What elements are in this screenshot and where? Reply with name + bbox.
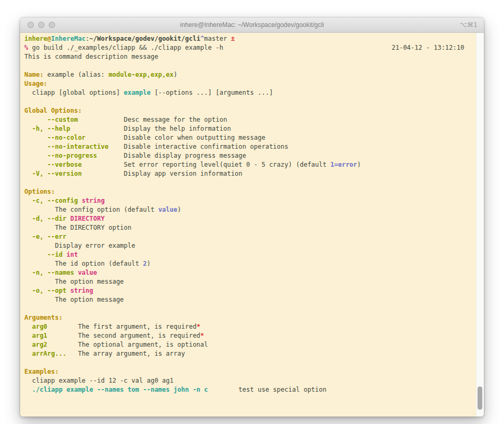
terminal-text-segment: -V, --version (24, 170, 82, 177)
terminal-text-segment: The array argument, is array (66, 350, 185, 357)
terminal-text-segment: * (196, 323, 200, 330)
terminal-text-segment: -o, --opt (24, 287, 66, 294)
scrollbar-track[interactable] (476, 33, 484, 417)
terminal-text-segment: arrArg... (24, 350, 66, 357)
terminal-text-segment: The first argument, is required (47, 323, 196, 330)
terminal-text-segment: value (158, 206, 177, 213)
terminal-text-segment: Usage: (24, 80, 47, 87)
terminal-text-segment: go build ./_examples/cliapp && ./cliapp … (28, 44, 223, 51)
terminal-text-segment: ± (231, 35, 235, 42)
terminal-text-segment: ) (147, 260, 150, 267)
terminal-line: cliapp example --id 12 -c val ag0 ag1 (24, 376, 484, 385)
terminal-line: -V, --version Display app version inform… (24, 169, 484, 178)
terminal-text-segment: string (66, 287, 93, 294)
terminal-text-segment: --no-color (24, 134, 86, 141)
terminal-text-segment: This is command description message (24, 53, 158, 60)
terminal-text-segment: arg1 (24, 332, 47, 339)
terminal-lines: inhere@InhereMac:~/Workspace/godev/gooki… (20, 33, 484, 394)
terminal-line: The DIRECTORY option (24, 223, 484, 232)
terminal-text-segment: Examples: (24, 368, 59, 375)
terminal-line: Arguments: (24, 313, 484, 322)
terminal-text-segment: int (62, 251, 78, 258)
terminal-text-segment: Display error example (24, 242, 136, 249)
terminal-text-segment: Options: (24, 188, 55, 195)
terminal-text-segment (24, 386, 32, 393)
terminal-line: Examples: (24, 367, 484, 376)
terminal-line (24, 178, 484, 187)
scrollbar-thumb[interactable] (478, 386, 482, 410)
terminal-line: --no-color Disable color when outputting… (24, 133, 484, 142)
terminal-window: inhere@InhereMac: ~/Workspace/godev/gook… (20, 17, 484, 417)
traffic-lights (28, 17, 55, 32)
terminal-text-segment: Arguments: (24, 314, 62, 321)
terminal-line: -n, --names value (24, 268, 484, 277)
terminal-line: --no-progress Disable display progress m… (24, 151, 484, 160)
terminal-line: The option message (24, 277, 484, 286)
terminal-text-segment: cliapp [global options] (24, 89, 124, 96)
terminal-text-segment: : (86, 35, 89, 42)
terminal-text-segment: -c, --config (24, 197, 78, 204)
terminal-text-segment: @ (47, 35, 51, 42)
terminal-text-segment: -e, --err (24, 233, 66, 240)
terminal-line: arg2 The optional argument, is optional (24, 340, 484, 349)
close-button[interactable] (28, 22, 34, 28)
terminal-line: cliapp [global options] example [--optio… (24, 88, 484, 97)
terminal-text-segment: ./cliapp example --names tom --names joh… (32, 386, 208, 393)
terminal-text-segment: cliapp example --id 12 -c val ag0 ag1 (24, 377, 174, 384)
terminal-text-segment: module-exp,exp,ex (109, 71, 174, 78)
terminal-text-segment: ^ (200, 35, 204, 42)
tab-shortcut-label: ⌥⌘1 (460, 17, 478, 32)
terminal-line: -o, --opt string (24, 286, 484, 295)
terminal-text-segment: ) (177, 206, 181, 213)
terminal-line: -d, --dir DIRECTORY (24, 214, 484, 223)
terminal-text-segment: --no-progress (24, 152, 97, 159)
terminal-text-segment: * (200, 332, 204, 339)
terminal-text-segment: Display app version information (82, 170, 242, 177)
terminal-line: The option message (24, 295, 484, 304)
titlebar[interactable]: inhere@InhereMac: ~/Workspace/godev/gook… (20, 17, 484, 33)
terminal-line (24, 97, 484, 106)
terminal-text-segment: test use special option (208, 386, 327, 393)
terminal-line: This is command description message (24, 52, 484, 61)
terminal-line: Global Options: (24, 106, 484, 115)
terminal-text-segment: -d, --dir (24, 215, 66, 222)
terminal-text-segment: 1=error (330, 161, 357, 168)
terminal-text-segment: example (alias: (43, 71, 109, 78)
terminal-line: --id int (24, 250, 484, 259)
terminal-text-segment: arg2 (24, 341, 47, 348)
zoom-button[interactable] (49, 22, 55, 28)
terminal-text-segment: inhere (24, 35, 47, 42)
terminal-line: The config option (default value) (24, 205, 484, 214)
terminal-line: % go build ./_examples/cliapp && ./cliap… (24, 43, 484, 52)
terminal-line: ./cliapp example --names tom --names joh… (24, 385, 484, 394)
terminal-text-segment: Disable interactive confirmation operati… (109, 143, 289, 150)
minimize-button[interactable] (38, 22, 44, 28)
terminal-text-segment: The DIRECTORY option (24, 224, 131, 231)
terminal-text-segment: ~/Workspace/godev/gookit/gcli (89, 35, 201, 42)
terminal-text-segment: The option message (24, 296, 124, 303)
terminal-line: arg1 The second argument, is required* (24, 331, 484, 340)
terminal-text-segment: value (74, 269, 97, 276)
terminal-line (24, 61, 484, 70)
terminal-line: Name: example (alias: module-exp,exp,ex) (24, 70, 484, 79)
terminal-text-segment: Display the help information (70, 125, 231, 132)
terminal-text-segment: example (124, 89, 151, 96)
terminal-text-segment: The optional argument, is optional (47, 341, 208, 348)
terminal-content[interactable]: inhere@InhereMac:~/Workspace/godev/gooki… (20, 33, 484, 417)
terminal-line (24, 358, 484, 367)
terminal-text-segment: --custom (24, 116, 78, 123)
terminal-text-segment: [--options ...] [arguments ...] (150, 89, 273, 96)
terminal-line: -e, --err (24, 232, 484, 241)
terminal-text-segment: -n, --names (24, 269, 74, 276)
terminal-text-segment: ) (174, 71, 177, 78)
terminal-text-segment: The option message (24, 278, 124, 285)
terminal-text-segment: DIRECTORY (66, 215, 104, 222)
timestamp: 21-04-12 - 13:12:10 (392, 43, 464, 52)
terminal-line: The id option (default 2) (24, 259, 484, 268)
terminal-line: Options: (24, 187, 484, 196)
terminal-text-segment: Desc message for the option (78, 116, 227, 123)
terminal-text-segment: --verbose (24, 161, 82, 168)
terminal-text-segment: Disable color when outputting message (86, 134, 266, 141)
terminal-text-segment: --id (24, 251, 62, 258)
terminal-text-segment: Global Options: (24, 107, 82, 114)
